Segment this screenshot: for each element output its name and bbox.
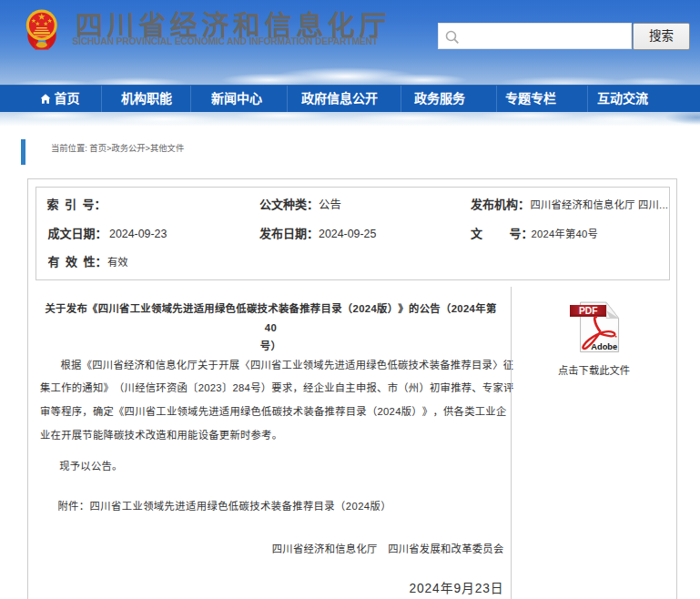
svg-text:PDF: PDF <box>578 306 597 316</box>
svg-text:Adobe: Adobe <box>591 342 617 351</box>
